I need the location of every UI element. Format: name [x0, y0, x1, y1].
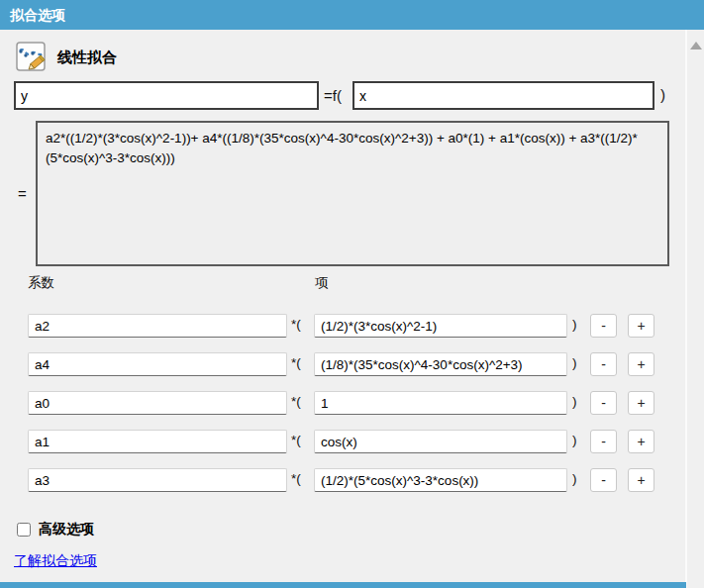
- term-input[interactable]: [314, 430, 567, 453]
- terms-rows-container: *( ) - + *( ) - + *( ) - + *( ) - + *( )…: [0, 314, 686, 507]
- coefficient-input[interactable]: [28, 314, 287, 338]
- remove-term-button[interactable]: -: [590, 314, 617, 338]
- coefficients-column-header: 系数: [28, 274, 54, 292]
- term-row: *( ) - +: [0, 430, 686, 453]
- remove-term-button[interactable]: -: [590, 391, 617, 415]
- term-row: *( ) - +: [0, 391, 686, 415]
- coefficient-input[interactable]: [28, 391, 287, 415]
- close-paren-label: ): [572, 355, 577, 370]
- fit-name-label: 线性拟合: [57, 49, 117, 67]
- learn-about-fit-options-link[interactable]: 了解拟合选项: [14, 552, 97, 570]
- remove-term-button[interactable]: -: [590, 352, 617, 376]
- term-input[interactable]: [314, 468, 567, 492]
- advanced-options-label[interactable]: 高级选项: [39, 521, 94, 539]
- term-row: *( ) - +: [0, 352, 686, 376]
- close-paren-label: ): [572, 433, 577, 447]
- term-input[interactable]: [314, 352, 567, 376]
- term-input[interactable]: [314, 391, 567, 415]
- times-open-paren-label: *(: [291, 355, 301, 370]
- independent-variable-input[interactable]: [352, 81, 654, 110]
- terms-column-header: 项: [315, 274, 329, 292]
- times-open-paren-label: *(: [291, 433, 301, 447]
- vertical-scrollbar[interactable]: [687, 30, 704, 588]
- add-term-button[interactable]: +: [628, 430, 654, 453]
- close-paren-label: ): [572, 394, 577, 409]
- coefficient-input[interactable]: [28, 352, 287, 376]
- close-paren-label: ): [660, 86, 665, 103]
- curve-fit-pencil-icon: [16, 42, 49, 74]
- close-paren-label: ): [572, 471, 577, 486]
- close-paren-label: ): [572, 317, 577, 332]
- dependent-variable-input[interactable]: [14, 81, 319, 110]
- fit-formula-textarea[interactable]: a2*((1/2)*(3*cos(x)^2-1))+ a4*((1/8)*(35…: [36, 121, 669, 266]
- add-term-button[interactable]: +: [628, 352, 654, 376]
- term-input[interactable]: [314, 314, 567, 338]
- times-open-paren-label: *(: [291, 394, 301, 409]
- term-row: *( ) - +: [0, 468, 686, 492]
- times-open-paren-label: *(: [291, 317, 301, 332]
- add-term-button[interactable]: +: [628, 314, 654, 338]
- remove-term-button[interactable]: -: [590, 430, 617, 453]
- advanced-options-checkbox[interactable]: [17, 523, 31, 537]
- term-row: *( ) - +: [0, 314, 686, 338]
- add-term-button[interactable]: +: [628, 391, 654, 415]
- next-panel-header-strip: [0, 582, 686, 588]
- equals-f-of-label: =f(: [324, 87, 342, 104]
- panel-title-bar: 拟合选项: [0, 0, 704, 30]
- add-term-button[interactable]: +: [628, 468, 654, 492]
- scroll-up-icon[interactable]: [690, 42, 702, 49]
- times-open-paren-label: *(: [291, 471, 301, 486]
- panel-title: 拟合选项: [10, 7, 65, 23]
- coefficient-input[interactable]: [28, 468, 287, 492]
- remove-term-button[interactable]: -: [590, 468, 617, 492]
- equals-label: =: [18, 185, 27, 202]
- coefficient-input[interactable]: [28, 430, 287, 453]
